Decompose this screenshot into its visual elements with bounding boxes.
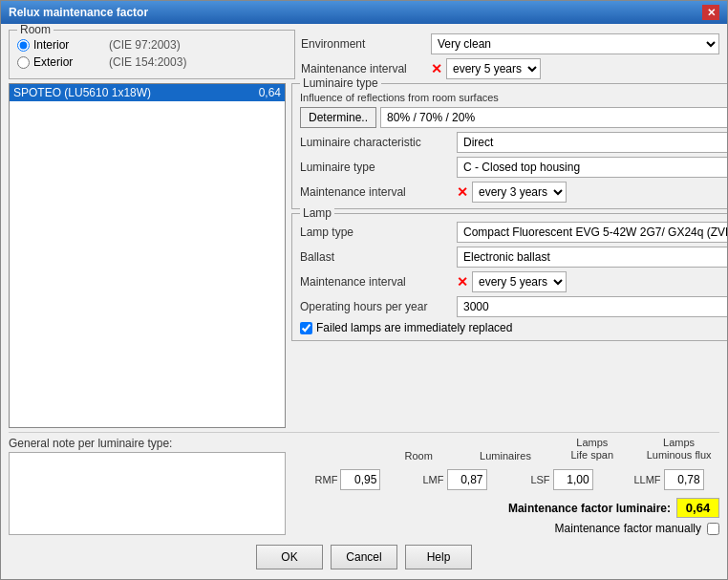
llmf-input[interactable] <box>664 469 704 490</box>
hours-select[interactable]: 3000 <box>457 296 727 317</box>
characteristic-label: Luminaire characteristic <box>300 136 453 149</box>
luminaire-type-group-label: Luminaire type <box>300 76 381 90</box>
mf-row: Maintenance factor luminaire: 0,64 <box>291 498 719 518</box>
ballast-select[interactable]: Electronic ballast <box>457 247 727 268</box>
exterior-row: Exterior (CIE 154:2003) <box>17 55 287 69</box>
luminaire-maintenance-select-row: ✕ every 3 years <box>457 182 567 203</box>
manual-checkbox[interactable] <box>707 523 719 535</box>
llmf-label: LLMF <box>633 474 660 485</box>
title-text: Relux maintenance factor <box>9 6 148 19</box>
content-area: Room Interior (CIE 97:2003) Exterior (CI… <box>1 24 727 579</box>
main-area: SPOTEO (LU5610 1x18W) 0,64 Luminaire typ… <box>9 83 719 428</box>
luminaire-type-group: Luminaire type Influence of reflections … <box>291 83 727 209</box>
rmf-input[interactable]: 0,95 <box>340 469 380 490</box>
interior-radio[interactable] <box>17 39 30 52</box>
luminaire-maintenance-row: Maintenance interval ✕ every 3 years <box>300 182 727 203</box>
button-bar: OK Cancel Help <box>9 539 719 573</box>
rmf-group: RMF 0,95 <box>297 469 398 490</box>
luminaire-maintenance-clear[interactable]: ✕ <box>457 184 468 200</box>
right-panels: Luminaire type Influence of reflections … <box>291 83 727 428</box>
exterior-cie: (CIE 154:2003) <box>109 55 186 69</box>
note-area: General note per luminaire type: <box>9 437 286 535</box>
lsf-group: LSF <box>511 469 612 490</box>
characteristic-row: Luminaire characteristic Direct <box>300 132 727 153</box>
lamp-group-label: Lamp <box>300 206 334 220</box>
type-label: Luminaire type <box>300 161 453 174</box>
bottom-section: General note per luminaire type: Room Lu… <box>9 432 719 535</box>
lsf-input[interactable] <box>553 469 593 490</box>
luminaire-value: 0,64 <box>259 86 281 99</box>
help-button[interactable]: Help <box>405 545 472 569</box>
type-select[interactable]: C - Closed top housing <box>457 157 727 178</box>
hours-label: Operating hours per year <box>300 300 453 313</box>
factor-values-row: RMF 0,95 LMF LSF LLMF <box>291 469 719 490</box>
luminaire-name: SPOTEO (LU5610 1x18W) <box>13 86 151 99</box>
maintenance-room-label: Maintenance interval <box>301 62 425 75</box>
title-bar: Relux maintenance factor ✕ <box>1 1 727 24</box>
environment-row: Environment Very clean <box>301 33 719 54</box>
lmf-label: LMF <box>423 474 444 485</box>
luminaire-maintenance-label: Maintenance interval <box>300 185 453 199</box>
interior-label: Interior <box>33 38 86 52</box>
influence-label: Influence of reflections from room surfa… <box>300 92 499 103</box>
lamp-maintenance-label: Maintenance interval <box>300 275 453 289</box>
interior-row: Interior (CIE 97:2003) <box>17 38 287 52</box>
failed-lamps-label: Failed lamps are immediately replaced <box>316 321 512 334</box>
failed-lamps-row: Failed lamps are immediately replaced <box>300 321 727 334</box>
exterior-radio[interactable] <box>17 56 30 69</box>
luminaire-list[interactable]: SPOTEO (LU5610 1x18W) 0,64 <box>9 83 286 428</box>
mf-value: 0,64 <box>676 498 719 518</box>
lamps-luminous-col-header: LampsLuminous flux <box>638 437 719 462</box>
lamp-type-row: Lamp type Compact Fluorescent EVG 5-42W … <box>300 222 727 243</box>
lamp-type-label: Lamp type <box>300 226 453 239</box>
type-row: Luminaire type C - Closed top housing <box>300 157 727 178</box>
lmf-input[interactable] <box>447 469 487 490</box>
luminaire-item[interactable]: SPOTEO (LU5610 1x18W) 0,64 <box>10 84 285 101</box>
manual-label: Maintenance factor manually <box>555 522 701 535</box>
lamps-lifespan-col-header: LampsLife span <box>551 437 632 462</box>
lamp-maintenance-clear[interactable]: ✕ <box>457 274 468 290</box>
llmf-group: LLMF <box>618 469 719 490</box>
room-group-label: Room <box>17 24 54 36</box>
room-col-header: Room <box>378 450 460 462</box>
luminaires-col-header: Luminaires <box>465 450 546 462</box>
room-group: Room Interior (CIE 97:2003) Exterior (CI… <box>9 30 295 79</box>
lsf-label: LSF <box>530 474 549 485</box>
note-textarea[interactable] <box>9 452 286 535</box>
ballast-label: Ballast <box>300 250 453 264</box>
cancel-button[interactable]: Cancel <box>331 545 397 569</box>
close-button[interactable]: ✕ <box>702 5 719 20</box>
ballast-row: Ballast Electronic ballast <box>300 247 727 268</box>
lamp-maintenance-select-row: ✕ every 5 years <box>457 271 567 292</box>
maintenance-room-select-row: ✕ every 5 years <box>431 58 541 79</box>
manual-row: Maintenance factor manually <box>291 522 719 535</box>
mf-label: Maintenance factor luminaire: <box>508 502 671 515</box>
failed-lamps-checkbox[interactable] <box>300 322 312 334</box>
determine-button[interactable]: Determine.. <box>300 107 376 128</box>
lamp-maintenance-row: Maintenance interval ✕ every 5 years <box>300 271 727 292</box>
rmf-label: RMF <box>315 474 338 485</box>
note-label: General note per luminaire type: <box>9 437 286 450</box>
influence-row: Influence of reflections from room surfa… <box>300 92 727 103</box>
env-section: Environment Very clean Maintenance inter… <box>301 30 719 79</box>
exterior-label: Exterior <box>33 55 86 69</box>
factors-area: Room Luminaires LampsLife span LampsLumi… <box>291 437 719 535</box>
determine-row: Determine.. 80% / 70% / 20% <box>300 107 727 128</box>
lamp-group: Lamp Lamp type Compact Fluorescent EVG 5… <box>291 213 727 341</box>
maintenance-room-select[interactable]: every 5 years <box>446 58 541 79</box>
ok-button[interactable]: OK <box>256 545 323 569</box>
reflections-select[interactable]: 80% / 70% / 20% <box>380 107 727 128</box>
hours-row: Operating hours per year 3000 <box>300 296 727 317</box>
lamp-maintenance-select[interactable]: every 5 years <box>472 271 567 292</box>
luminaire-maintenance-select[interactable]: every 3 years <box>472 182 567 203</box>
lamp-type-select[interactable]: Compact Fluorescent EVG 5-42W 2G7/ GX24q… <box>457 222 727 243</box>
maintenance-room-clear[interactable]: ✕ <box>431 61 442 76</box>
environment-select[interactable]: Very clean <box>431 33 719 54</box>
characteristic-select[interactable]: Direct <box>457 132 727 153</box>
lmf-group: LMF <box>404 469 505 490</box>
environment-label: Environment <box>301 37 425 51</box>
main-window: Relux maintenance factor ✕ Room Interior… <box>0 0 728 580</box>
interior-cie: (CIE 97:2003) <box>109 38 181 52</box>
top-section: Room Interior (CIE 97:2003) Exterior (CI… <box>9 30 719 79</box>
